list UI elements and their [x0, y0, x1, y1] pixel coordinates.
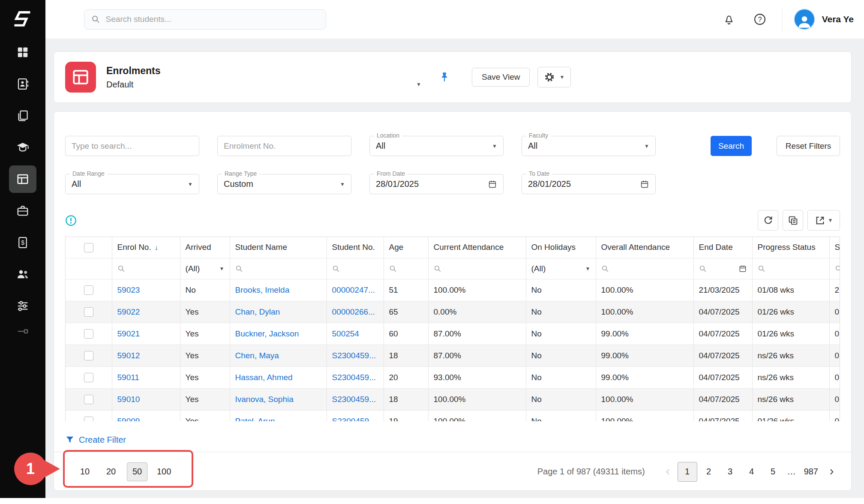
enrol-no-link[interactable]: 59012 — [117, 351, 140, 360]
table-row[interactable]: 59023 No Brooks, Imelda 00000247... 51 1… — [66, 279, 840, 301]
from-date-field[interactable]: From Date 28/01/2025 — [369, 174, 504, 194]
page-button-987[interactable]: 987 — [800, 462, 822, 482]
column-header-on-holidays[interactable]: On Holidays — [526, 237, 596, 258]
column-header-arrived[interactable]: Arrived — [180, 237, 230, 258]
student-name-link[interactable]: Buckner, Jackson — [235, 329, 299, 338]
column-header-cut[interactable]: S — [829, 237, 840, 258]
calendar-icon[interactable] — [640, 180, 649, 189]
student-no-link[interactable]: 00000247... — [332, 285, 375, 294]
refresh-button[interactable] — [758, 210, 778, 231]
table-row[interactable]: 59009 Yes Patel, Arun S2300459... 19 100… — [66, 410, 840, 421]
sidebar-item-enrolments[interactable] — [9, 165, 36, 193]
table-row[interactable]: 59011 Yes Hassan, Ahmed S2300459... 20 9… — [66, 366, 840, 388]
row-checkbox[interactable] — [84, 329, 93, 339]
column-header-end-date[interactable]: End Date — [693, 237, 752, 258]
page-button-4[interactable]: 4 — [742, 462, 762, 482]
student-name-link[interactable]: Chan, Dylan — [235, 307, 280, 316]
calendar-icon[interactable] — [488, 180, 497, 189]
view-selector[interactable]: Default ▼ — [106, 80, 421, 90]
page-button-5[interactable]: 5 — [763, 462, 783, 482]
row-checkbox[interactable] — [84, 395, 93, 404]
page-size-20[interactable]: 20 — [101, 462, 121, 481]
calendar-icon[interactable] — [738, 264, 747, 273]
student-no-link[interactable]: S2300459... — [332, 417, 376, 422]
column-chooser-button[interactable] — [783, 210, 803, 231]
student-name-link[interactable]: Ivanova, Sophia — [235, 395, 294, 404]
previous-page-button[interactable] — [660, 462, 677, 481]
row-checkbox[interactable] — [84, 417, 93, 421]
filter-current-attendance[interactable] — [428, 258, 526, 279]
global-search[interactable] — [84, 9, 326, 30]
enrol-no-link[interactable]: 59011 — [117, 373, 139, 382]
filter-progress-status[interactable] — [752, 258, 829, 279]
filter-overall-attendance[interactable] — [596, 258, 693, 279]
filter-end-date[interactable] — [693, 258, 752, 279]
row-checkbox[interactable] — [84, 351, 93, 360]
sidebar-item-documents[interactable] — [9, 102, 36, 129]
sidebar-item-contacts[interactable] — [9, 70, 36, 98]
faculty-select[interactable]: Faculty All ▼ — [522, 136, 656, 156]
filter-enrol-no[interactable] — [112, 258, 180, 279]
enrolment-no-field[interactable] — [217, 136, 351, 156]
create-filter-link[interactable]: Create Filter — [65, 433, 126, 446]
search-button[interactable]: Search — [711, 136, 752, 156]
page-size-50[interactable]: 50 — [127, 462, 147, 481]
page-size-10[interactable]: 10 — [75, 462, 95, 481]
column-header-student-name[interactable]: Student Name — [230, 237, 327, 258]
column-header-current-attendance[interactable]: Current Attendance — [428, 237, 526, 258]
enrol-no-link[interactable]: 59022 — [117, 307, 140, 316]
date-range-select[interactable]: Date Range All ▼ — [65, 174, 199, 194]
student-no-link[interactable]: S2300459... — [332, 395, 376, 404]
keyword-search-field[interactable] — [65, 136, 199, 156]
student-no-link[interactable]: 500254 — [332, 329, 359, 338]
reset-filters-button[interactable]: Reset Filters — [777, 136, 840, 156]
global-search-input[interactable] — [106, 15, 319, 24]
filter-on-holidays[interactable]: (All)▼ — [526, 258, 596, 279]
column-header-student-no[interactable]: Student No. — [327, 237, 384, 258]
student-name-link[interactable]: Patel, Arun — [235, 417, 275, 422]
view-settings-button[interactable]: ▼ — [537, 67, 571, 87]
page-button-3[interactable]: 3 — [720, 462, 740, 482]
student-name-link[interactable]: Brooks, Imelda — [235, 285, 290, 294]
column-header-progress-status[interactable]: Progress Status — [752, 237, 829, 258]
app-logo[interactable] — [0, 0, 45, 39]
select-all-checkbox[interactable] — [84, 243, 93, 252]
filter-cut[interactable] — [829, 258, 840, 279]
student-no-link[interactable]: S2300459... — [332, 351, 376, 360]
table-row[interactable]: 59021 Yes Buckner, Jackson 500254 60 87.… — [66, 323, 840, 345]
filter-student-no[interactable] — [327, 258, 384, 279]
enrolment-no-input[interactable] — [224, 141, 345, 151]
filter-age[interactable] — [384, 258, 428, 279]
avatar[interactable] — [794, 9, 815, 30]
table-row[interactable]: 59012 Yes Chen, Maya S2300459... 18 87.0… — [66, 345, 840, 366]
sidebar-item-services[interactable] — [9, 197, 36, 225]
pin-view-button[interactable] — [436, 69, 453, 86]
column-header-overall-attendance[interactable]: Overall Attendance — [596, 237, 693, 258]
next-page-button[interactable] — [823, 462, 840, 481]
column-header-age[interactable]: Age — [384, 237, 428, 258]
user-name[interactable]: Vera Ye — [822, 14, 854, 24]
sidebar-item-workflow[interactable] — [9, 325, 36, 342]
row-checkbox[interactable] — [84, 307, 93, 317]
keyword-search-input[interactable] — [72, 141, 193, 151]
student-no-link[interactable]: 00000266... — [332, 307, 375, 316]
help-button[interactable]: ? — [750, 10, 769, 29]
enrol-no-link[interactable]: 59023 — [117, 285, 140, 294]
info-button[interactable] — [65, 215, 77, 226]
row-checkbox[interactable] — [84, 373, 93, 382]
page-button-1[interactable]: 1 — [678, 462, 697, 482]
export-button[interactable]: ▼ — [807, 210, 840, 231]
sidebar-item-dashboard[interactable] — [9, 39, 36, 66]
sidebar-item-settings[interactable] — [9, 292, 36, 320]
sidebar-item-people[interactable] — [9, 261, 36, 288]
row-checkbox[interactable] — [84, 285, 93, 295]
sidebar-item-courses[interactable] — [9, 134, 36, 161]
page-button-2[interactable]: 2 — [699, 462, 719, 482]
table-row[interactable]: 59010 Yes Ivanova, Sophia S2300459... 18… — [66, 388, 840, 410]
table-row[interactable]: 59022 Yes Chan, Dylan 00000266... 65 0.0… — [66, 301, 840, 323]
student-no-link[interactable]: S2300459... — [332, 373, 376, 382]
save-view-button[interactable]: Save View — [472, 68, 530, 87]
enrol-no-link[interactable]: 59021 — [117, 329, 140, 338]
to-date-field[interactable]: To Date 28/01/2025 — [522, 174, 656, 194]
enrol-no-link[interactable]: 59009 — [117, 417, 140, 422]
